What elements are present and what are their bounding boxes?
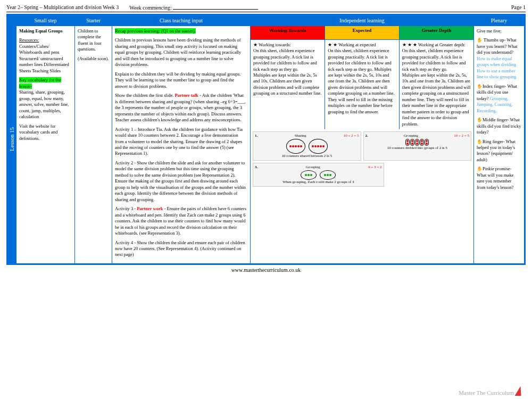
activity-2: Activity 2 - Show the children the slide… (115, 160, 247, 203)
subhead-wt: Working Towards (251, 26, 325, 40)
plenary-l3: ✋Middle finger- What skills did you find… (477, 117, 521, 135)
activity-4: Activity 4 - Show the children the slide… (115, 240, 247, 258)
subhead-gd: Greater Depth (400, 26, 474, 40)
cell-ex: ★ ★ Working at expected On this sheet, c… (325, 40, 400, 130)
cell-gd: ★ ★ ★ Working at Greater depth: On this … (399, 40, 473, 130)
week-blank (173, 4, 258, 10)
starter-p2: (Available soon). (78, 56, 109, 62)
activity-1: Activity 1 – Introduce Tia. Ask the chil… (115, 127, 247, 157)
rep-1: 1.Sharing10 ÷ 2 = 5 10 counters shared b… (253, 131, 361, 161)
partner-work: Partner work (137, 206, 163, 211)
th-teaching: Class teaching input (112, 15, 251, 26)
doc-title: Year 2– Spring – Multiplication and divi… (6, 4, 119, 11)
cell-starter: Children to complete the fluent in four … (75, 26, 112, 264)
th-starter: Starter (75, 15, 112, 26)
cell-wt: ★ Working towards: On this sheet, childr… (251, 40, 325, 130)
cell-plenary: Give me five: ✋ Thumbs up- What have you… (474, 26, 525, 264)
representations: 1.Sharing10 ÷ 2 = 5 10 counters shared b… (253, 130, 471, 162)
lesson-tab: Lesson 15 (7, 15, 16, 264)
week-label: Week commencing: (129, 5, 171, 11)
plenary-title: Give me five: (477, 28, 521, 34)
lesson-frame: Lesson 15 Small step Starter Class teach… (6, 14, 526, 265)
plenary-l5: ✋Pinkie promise- What will you make sure… (477, 166, 521, 190)
starter-p1: Children to complete the fluent in four … (78, 28, 109, 53)
th-independent: Independent learning (251, 15, 474, 26)
cell-teaching: Recap previous learning: (Q1 on the star… (112, 26, 251, 264)
th-smallstep: Small step (16, 15, 75, 26)
plenary-blue1: How to make equal groups when dividing H… (477, 56, 518, 79)
resources-label: Resources: (19, 37, 39, 43)
teach-p2: Explain to the children they will be div… (115, 71, 247, 89)
rep-3: 3.Grouping6 ÷ 3 = 2 When grouping, Zach … (253, 163, 384, 187)
page-number: Page 1 (511, 4, 526, 11)
lesson-title: Making Equal Groups (19, 28, 72, 34)
resources-text: Counters/Cubes/ Whiteboards and pens Str… (19, 44, 69, 73)
page-header: Year 2– Spring – Multiplication and divi… (6, 4, 526, 12)
visit-text: Visit the website for vocabulary cards a… (19, 123, 72, 142)
rep-2: 2.Grouping10 ÷ 2 = 5 10 counters divided… (363, 131, 472, 161)
footer-url: www.masterthecurriculum.co.uk (6, 265, 526, 273)
feather-icon (515, 386, 524, 396)
plenary-l4: ✋Ring finger- What helped you in today's… (477, 139, 521, 163)
partner-talk: Partner talk (175, 93, 198, 98)
cell-smallstep: Making Equal Groups Resources:Counters/C… (16, 26, 75, 264)
th-plenary: Plenary (474, 15, 525, 26)
brand-mark: Master The Curriculum (459, 386, 522, 396)
subhead-ex: Expected (325, 26, 400, 40)
teach-p1: Children in previous lessons have been d… (115, 37, 247, 68)
kv-label: Key vocabulary for the lesson- (19, 77, 61, 88)
kv-text: Sharing, share, grouping, group, equal, … (19, 89, 69, 119)
lesson-table: Small step Starter Class teaching input … (16, 15, 525, 264)
recap: Recap previous learning: (Q1 on the star… (115, 28, 196, 34)
